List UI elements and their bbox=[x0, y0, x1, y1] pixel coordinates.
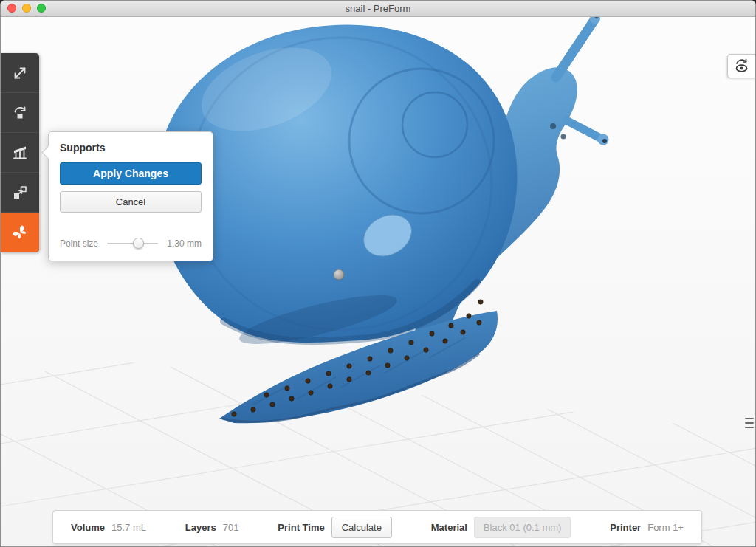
layers-group: Layers 701 bbox=[185, 522, 239, 533]
supports-panel: Supports Apply Changes Cancel Point size… bbox=[48, 131, 213, 261]
point-size-label: Point size bbox=[60, 238, 98, 249]
window-title: snail - PreForm bbox=[1, 1, 755, 16]
support-point[interactable] bbox=[388, 348, 393, 353]
layers-value: 701 bbox=[223, 522, 239, 533]
snail-model[interactable] bbox=[157, 13, 609, 423]
point-size-slider-handle[interactable] bbox=[133, 238, 144, 249]
support-point[interactable] bbox=[347, 377, 351, 382]
point-size-slider[interactable] bbox=[107, 238, 158, 249]
minimize-button[interactable] bbox=[22, 4, 31, 13]
butterfly-icon bbox=[10, 223, 30, 242]
support-point[interactable] bbox=[467, 314, 471, 318]
left-toolbar bbox=[1, 53, 39, 252]
scale-icon bbox=[11, 64, 29, 82]
close-button[interactable] bbox=[7, 4, 16, 13]
support-point[interactable] bbox=[385, 363, 390, 368]
volume-label: Volume bbox=[71, 522, 105, 533]
material-label: Material bbox=[431, 522, 467, 533]
support-point[interactable] bbox=[309, 391, 313, 395]
traffic-lights bbox=[7, 4, 46, 13]
support-point[interactable] bbox=[270, 402, 275, 407]
print-time-group: Print Time Calculate bbox=[278, 517, 392, 538]
support-point[interactable] bbox=[477, 320, 481, 325]
point-size-value: 1.30 mm bbox=[167, 238, 202, 249]
status-bar: Volume 15.7 mL Layers 701 Print Time Cal… bbox=[52, 510, 702, 544]
printer-label: Printer bbox=[610, 522, 641, 533]
orbit-view-icon bbox=[733, 58, 751, 75]
zoom-button[interactable] bbox=[37, 4, 46, 13]
calculate-button[interactable]: Calculate bbox=[331, 517, 392, 538]
titlebar: snail - PreForm bbox=[1, 1, 755, 17]
point-size-row: Point size 1.30 mm bbox=[60, 238, 202, 249]
support-point[interactable] bbox=[366, 371, 371, 375]
support-point[interactable] bbox=[285, 386, 289, 391]
printer-value: Form 1+ bbox=[647, 522, 684, 533]
cancel-button[interactable]: Cancel bbox=[60, 191, 202, 213]
scene-canvas[interactable] bbox=[1, 1, 756, 547]
layout-tool-button[interactable] bbox=[1, 173, 39, 213]
supports-tool-button[interactable] bbox=[1, 133, 39, 173]
material-button[interactable]: Black 01 (0.1 mm) bbox=[474, 517, 571, 538]
side-panel-grip[interactable] bbox=[745, 412, 754, 434]
grip-line bbox=[745, 422, 754, 424]
support-point[interactable] bbox=[306, 379, 310, 383]
grip-line bbox=[745, 427, 754, 428]
support-point[interactable] bbox=[232, 412, 236, 416]
support-point[interactable] bbox=[478, 300, 483, 304]
print-time-label: Print Time bbox=[278, 522, 324, 533]
support-point[interactable] bbox=[326, 371, 331, 376]
app-window: snail - PreForm bbox=[0, 0, 756, 547]
layout-icon bbox=[11, 184, 29, 202]
printer-group: Printer Form 1+ bbox=[610, 522, 684, 533]
material-group: Material Black 01 (0.1 mm) bbox=[431, 517, 571, 538]
support-point[interactable] bbox=[289, 396, 294, 401]
support-point[interactable] bbox=[449, 323, 453, 328]
rotate-icon bbox=[11, 104, 29, 122]
print-button[interactable] bbox=[1, 213, 39, 252]
support-point[interactable] bbox=[443, 339, 447, 343]
viewport-3d[interactable] bbox=[1, 1, 755, 546]
supports-panel-title: Supports bbox=[60, 142, 202, 154]
support-point[interactable] bbox=[264, 393, 269, 397]
support-preview-sphere[interactable] bbox=[334, 269, 344, 280]
support-point[interactable] bbox=[409, 340, 413, 345]
support-point[interactable] bbox=[461, 330, 465, 334]
support-point[interactable] bbox=[430, 331, 434, 336]
support-point[interactable] bbox=[405, 356, 409, 360]
support-point[interactable] bbox=[424, 348, 428, 352]
apply-changes-button[interactable]: Apply Changes bbox=[60, 162, 202, 185]
rotate-tool-button[interactable] bbox=[1, 93, 39, 133]
layers-label: Layers bbox=[185, 522, 216, 533]
support-point[interactable] bbox=[328, 384, 332, 388]
scale-tool-button[interactable] bbox=[1, 53, 39, 93]
volume-value: 15.7 mL bbox=[111, 522, 146, 533]
volume-group: Volume 15.7 mL bbox=[71, 522, 146, 533]
support-point[interactable] bbox=[368, 357, 372, 361]
orbit-view-toggle[interactable] bbox=[727, 54, 755, 78]
support-point[interactable] bbox=[347, 364, 351, 368]
supports-icon bbox=[11, 144, 29, 162]
support-point[interactable] bbox=[251, 407, 255, 412]
grip-line bbox=[745, 418, 754, 419]
